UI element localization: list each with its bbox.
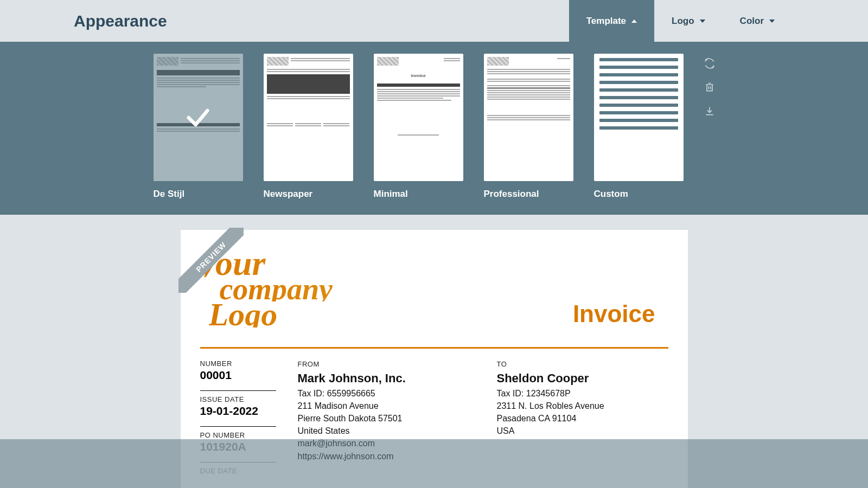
preview-area: PREVIEW your company Logo Invoice NUMBER… <box>0 215 868 488</box>
to-addr1: 2311 N. Los Robles Avenue <box>497 400 668 412</box>
trash-icon[interactable] <box>704 82 715 93</box>
template-thumb[interactable] <box>264 54 353 181</box>
to-addr2: Pasadena CA 91104 <box>497 412 668 425</box>
template-side-actions <box>704 54 715 200</box>
template-thumb[interactable]: invoice <box>374 54 463 181</box>
template-label: Professional <box>484 189 573 200</box>
due-date-label: DUE DATE <box>200 467 298 475</box>
divider <box>200 347 668 349</box>
invoice-columns: NUMBER 00001 ISSUE DATE 19-01-2022 PO NU… <box>200 358 668 475</box>
to-tax: Tax ID: 12345678P <box>497 387 668 400</box>
from-addr1: 211 Madison Avenue <box>298 400 484 412</box>
template-picker: De Stijl Newspaper invoice <box>0 42 868 215</box>
tab-color[interactable]: Color <box>723 0 792 42</box>
tab-logo[interactable]: Logo <box>654 0 723 42</box>
header-tabs: Template Logo Color <box>569 0 868 42</box>
chevron-down-icon <box>769 20 775 23</box>
invoice-meta-column: NUMBER 00001 ISSUE DATE 19-01-2022 PO NU… <box>200 358 298 475</box>
template-option-minimal[interactable]: invoice Minimal <box>374 54 463 200</box>
to-label: TO <box>497 359 668 370</box>
number-label: NUMBER <box>200 359 298 368</box>
number-value: 00001 <box>200 369 298 382</box>
from-tax: Tax ID: 6559956665 <box>298 387 484 400</box>
from-label: FROM <box>298 359 484 370</box>
template-option-professional[interactable]: Professional <box>484 54 573 200</box>
template-option-custom[interactable]: Custom <box>594 54 684 200</box>
invoice-preview: PREVIEW your company Logo Invoice NUMBER… <box>181 230 688 488</box>
tab-label: Color <box>740 16 764 27</box>
template-option-de-stijl[interactable]: De Stijl <box>154 54 243 200</box>
template-label: Minimal <box>374 189 463 200</box>
from-web: https://www.johnson.com <box>298 450 484 463</box>
template-label: Newspaper <box>264 189 353 200</box>
template-option-newspaper[interactable]: Newspaper <box>264 54 353 200</box>
header-bar: Appearance Template Logo Color <box>0 0 868 42</box>
download-icon[interactable] <box>704 106 715 117</box>
field-underline <box>200 462 276 463</box>
template-thumb[interactable] <box>154 54 243 181</box>
from-country: United States <box>298 425 484 437</box>
replace-icon[interactable] <box>704 58 715 69</box>
logo-line-2: company <box>220 277 668 301</box>
page-title: Appearance <box>74 12 569 30</box>
document-title: Invoice <box>573 300 655 328</box>
check-icon <box>184 104 212 132</box>
field-underline <box>200 426 276 427</box>
template-label: Custom <box>594 189 684 200</box>
to-name: Sheldon Cooper <box>497 370 668 387</box>
tab-label: Template <box>586 16 626 27</box>
tab-template[interactable]: Template <box>569 0 654 42</box>
template-label: De Stijl <box>154 189 243 200</box>
from-block: FROM Mark Johnson, Inc. Tax ID: 65599566… <box>298 358 484 475</box>
po-number-value: 101920A <box>200 440 298 453</box>
field-underline <box>200 390 276 391</box>
template-thumb[interactable] <box>484 54 573 181</box>
to-block: TO Sheldon Cooper Tax ID: 12345678P 2311… <box>484 358 668 475</box>
template-thumb[interactable] <box>594 54 684 181</box>
from-email: mark@johnson.com <box>298 437 484 450</box>
po-number-label: PO NUMBER <box>200 431 298 439</box>
issue-date-value: 19-01-2022 <box>200 404 298 418</box>
issue-date-label: ISSUE DATE <box>200 395 298 403</box>
to-country: USA <box>497 425 668 437</box>
from-name: Mark Johnson, Inc. <box>298 370 484 387</box>
chevron-down-icon <box>700 20 705 23</box>
tab-label: Logo <box>672 16 694 27</box>
chevron-up-icon <box>631 20 637 23</box>
from-addr2: Pierre South Dakota 57501 <box>298 412 484 425</box>
